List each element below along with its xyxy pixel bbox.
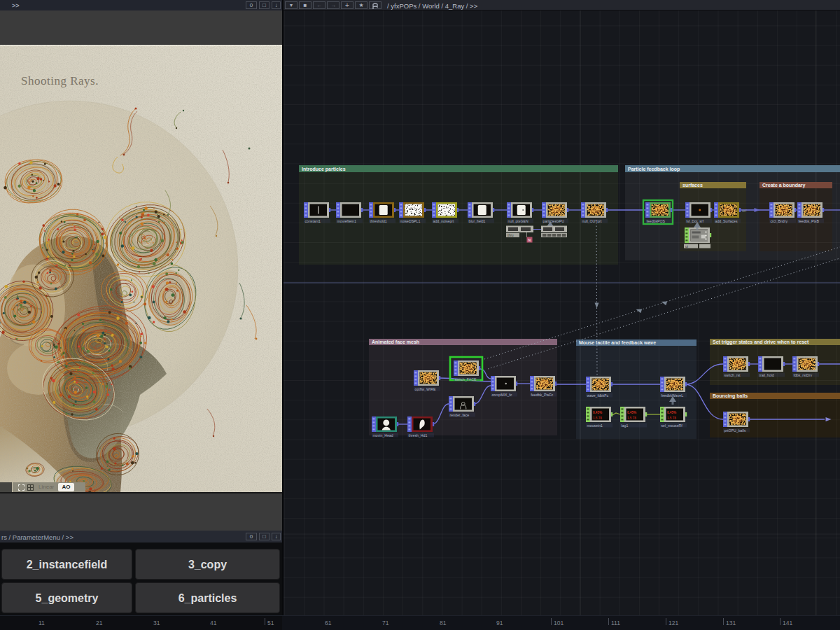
svg-text:thru: thru [507,233,514,237]
svg-text:Mouse tactile and feedback wav: Mouse tactile and feedback wave [579,340,656,345]
svg-text:switch_FACE: switch_FACE [455,377,477,382]
svg-text:Create a boundary: Create a boundary [762,183,806,188]
svg-text:movin_Head: movin_Head [373,433,393,438]
svg-text:null_ptsGEN: null_ptsGEN [508,219,528,223]
svg-text:mousein1: mousein1 [587,424,603,428]
svg-text:surfaces: surfaces [682,183,703,188]
svg-text:feedbkWaveL: feedbkWaveL [662,393,684,398]
svg-text:trail_hold: trail_hold [760,373,774,377]
svg-text:optflw_WIRE: optflw_WIRE [415,387,437,391]
svg-text:prtGPU_balls: prtGPU_balls [724,428,746,433]
svg-text:feedbkPOS: feedbkPOS [647,219,666,223]
svg-text:Particle feedback loop: Particle feedback loop [628,167,680,172]
svg-text:add_noiseprt: add_noiseprt [433,219,455,223]
svg-text:lvl_Dot_srf: lvl_Dot_srf [687,219,704,223]
svg-text:0.45%: 0.45% [667,411,676,414]
svg-text:lag1: lag1 [622,424,629,428]
svg-text:Set trigger states and drive w: Set trigger states and drive when to res… [713,340,809,345]
svg-text:1.5 78: 1.5 78 [667,416,676,420]
svg-text:constant1: constant1 [305,219,321,223]
svg-text:feedbk_PtsFc: feedbk_PtsFc [531,393,554,397]
svg-text:wave_fdbkFc: wave_fdbkFc [587,393,609,398]
svg-text:add_Surfaces: add_Surfaces [715,219,738,223]
svg-text:thresh_Hd1: thresh_Hd1 [409,433,428,438]
svg-text:Shooting Rays.: Shooting Rays. [21,74,99,88]
svg-text:0.45%: 0.45% [627,411,636,414]
svg-text:noiseDSPL1: noiseDSPL1 [400,219,421,223]
svg-text:N: N [528,238,531,242]
svg-text:1.5 78: 1.5 78 [627,416,636,420]
svg-text:blur_field1: blur_field1 [469,219,486,223]
svg-text:0.45%: 0.45% [593,411,602,414]
svg-text:sel_mouseRf: sel_mouseRf [662,424,683,428]
svg-text:Introduce particles: Introduce particles [302,167,346,172]
svg-text:crcl_Bndry: crcl_Bndry [771,219,788,223]
svg-text:render_face: render_face [450,413,470,417]
svg-text:moviefilein1: moviefilein1 [337,219,357,223]
svg-text:Bouncing balls: Bouncing balls [713,393,748,399]
svg-text:particlesGPU: particlesGPU [543,219,565,223]
svg-text:fdbk_rstDrv: fdbk_rstDrv [794,373,813,377]
svg-text:feedbk_PtsB: feedbk_PtsB [799,219,820,223]
svg-text:null_OUTprt: null_OUTprt [582,219,603,223]
svg-text:compMIX_fc: compMIX_fc [492,393,512,397]
svg-text:Animated face mesh: Animated face mesh [372,340,419,344]
svg-text:threshold1: threshold1 [370,219,387,223]
svg-text:srf: srf [742,209,747,213]
svg-text:1.5 78: 1.5 78 [593,416,602,420]
svg-text:switch_rst: switch_rst [724,373,741,377]
svg-text:ui: ui [685,244,688,248]
